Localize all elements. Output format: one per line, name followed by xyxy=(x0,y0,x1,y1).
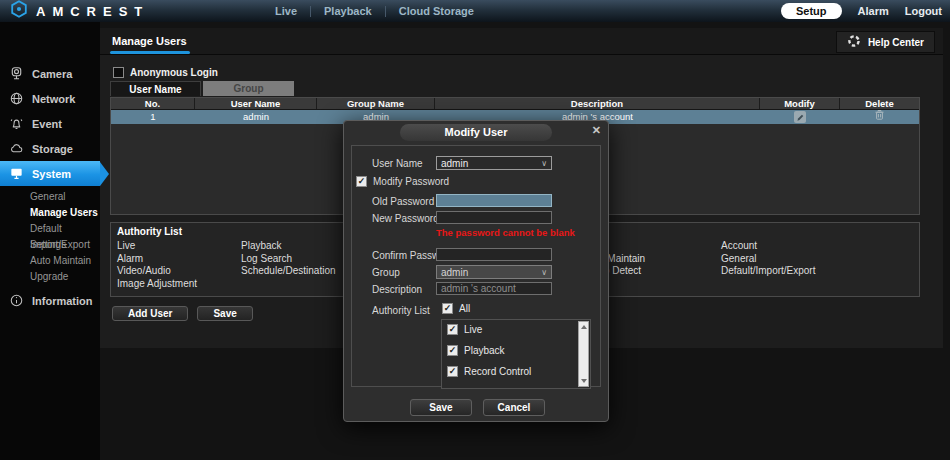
dialog-title: Modify User xyxy=(400,124,552,141)
camera-icon xyxy=(8,66,24,82)
submenu-item-general[interactable]: General xyxy=(30,189,100,205)
panel-buttons: Add User Save xyxy=(112,306,253,321)
group-select[interactable]: admin ∨ xyxy=(436,265,552,279)
sidebar-item-network[interactable]: Network xyxy=(0,86,100,111)
scroll-down-arrow-icon[interactable] xyxy=(581,379,587,383)
old-password-input[interactable] xyxy=(436,194,552,207)
modify-password-row: ✓ Modify Password xyxy=(356,176,449,187)
sidebar-item-camera[interactable]: Camera xyxy=(0,61,100,86)
submenu-item-manage-users[interactable]: Manage Users xyxy=(30,205,100,221)
alarm-button[interactable]: Alarm xyxy=(858,5,889,17)
authority-record-control-checkbox[interactable]: ✓ xyxy=(447,366,458,377)
amcrest-logo-icon xyxy=(10,0,28,22)
old-password-label: Old Password xyxy=(372,196,434,207)
nav-live[interactable]: Live xyxy=(262,5,310,17)
logout-button[interactable]: Logout xyxy=(905,5,942,17)
chevron-down-icon: ∨ xyxy=(541,159,547,168)
alarm-bell-icon xyxy=(8,116,24,132)
authority-option-label: Record Control xyxy=(464,366,531,377)
sidebar-item-event[interactable]: Event xyxy=(0,111,100,136)
password-error-message: The password cannot be blank xyxy=(436,227,575,238)
monitor-icon xyxy=(8,166,24,182)
help-center-label: Help Center xyxy=(868,37,924,48)
sidebar-item-label: Camera xyxy=(32,68,72,80)
dialog-save-button[interactable]: Save xyxy=(410,399,472,416)
system-submenu: General Manage Users Default Settings Im… xyxy=(0,186,100,288)
modify-password-checkbox[interactable]: ✓ xyxy=(356,176,367,187)
authority-option-record-control: ✓ Record Control xyxy=(447,366,531,377)
top-right-nav: Setup Alarm Logout xyxy=(781,0,942,22)
submenu-item-default-settings[interactable]: Default Settings xyxy=(30,221,100,237)
authority-item: Image Adjustment xyxy=(117,278,197,291)
help-center-button[interactable]: Help Center xyxy=(836,31,935,53)
sidebar-item-label: System xyxy=(32,168,71,180)
sidebar-item-information[interactable]: Information xyxy=(0,288,100,313)
save-button[interactable]: Save xyxy=(197,306,252,321)
sidebar: Camera Network Event Storage xyxy=(0,22,100,460)
submenu-item-upgrade[interactable]: Upgrade xyxy=(30,269,100,285)
top-nav: Live Playback Cloud Storage xyxy=(262,0,487,22)
authority-item: Schedule/Destination xyxy=(241,265,336,278)
column-header-modify: Modify xyxy=(760,98,840,109)
new-password-input[interactable] xyxy=(436,211,552,224)
info-icon xyxy=(8,293,24,309)
authority-item: Live xyxy=(117,240,197,253)
tab-user-name[interactable]: User Name xyxy=(110,81,201,96)
user-name-select[interactable]: admin ∨ xyxy=(436,156,552,170)
authority-item: General xyxy=(721,253,815,266)
authority-scroll-list: ✓ Live ✓ Playback ✓ Record Control xyxy=(441,319,591,389)
sidebar-item-label: Storage xyxy=(32,143,73,155)
modify-user-dialog: Modify User ✕ User Name admin ∨ ✓ Modify… xyxy=(343,120,609,422)
authority-column-2: Playback Log Search Schedule/Destination xyxy=(241,240,336,278)
add-user-button[interactable]: Add User xyxy=(112,306,188,321)
authority-option-label: Live xyxy=(464,324,482,335)
view-tabs: User Name Group xyxy=(110,81,294,96)
modify-password-label: Modify Password xyxy=(373,176,449,187)
check-icon: ✓ xyxy=(449,325,457,334)
authority-all-row: ✓ All xyxy=(442,303,470,314)
anonymous-login-checkbox[interactable] xyxy=(113,67,124,78)
description-input[interactable]: admin 's account xyxy=(436,282,552,295)
authority-item: Default/Import/Export xyxy=(721,265,815,278)
authority-all-checkbox[interactable]: ✓ xyxy=(442,303,453,314)
tab-group[interactable]: Group xyxy=(203,81,294,96)
delete-user-button[interactable] xyxy=(874,109,885,125)
authority-item: Playback xyxy=(241,240,336,253)
column-header-group-name: Group Name xyxy=(317,98,435,109)
scrollbar[interactable] xyxy=(578,321,589,387)
nav-cloud-storage[interactable]: Cloud Storage xyxy=(386,5,487,17)
confirm-password-input[interactable] xyxy=(436,248,552,261)
dialog-cancel-button[interactable]: Cancel xyxy=(483,399,545,416)
authority-list-label: Authority List xyxy=(372,305,430,316)
sidebar-item-label: Information xyxy=(32,295,93,307)
sidebar-item-system[interactable]: System xyxy=(0,161,100,186)
tab-manage-users[interactable]: Manage Users xyxy=(112,35,187,47)
group-label: Group xyxy=(372,267,400,278)
cloud-icon xyxy=(8,141,24,157)
modify-user-button[interactable] xyxy=(794,111,806,123)
group-value: admin xyxy=(441,267,468,278)
authority-list-title: Authority List xyxy=(117,226,182,237)
anonymous-login-row: Anonymous Login xyxy=(113,67,218,78)
nav-playback[interactable]: Playback xyxy=(311,5,385,17)
submenu-item-auto-maintain[interactable]: Auto Maintain xyxy=(30,253,100,269)
sidebar-item-label: Event xyxy=(32,118,62,130)
sidebar-item-label: Network xyxy=(32,93,75,105)
description-label: Description xyxy=(372,284,422,295)
authority-option-label: Playback xyxy=(464,345,505,356)
authority-live-checkbox[interactable]: ✓ xyxy=(447,324,458,335)
network-icon xyxy=(8,91,24,107)
authority-item: Account xyxy=(721,240,815,253)
user-name-label: User Name xyxy=(372,158,423,169)
setup-button[interactable]: Setup xyxy=(781,3,842,19)
authority-option-live: ✓ Live xyxy=(447,324,482,335)
pencil-icon xyxy=(796,113,805,122)
check-icon: ✓ xyxy=(449,346,457,355)
submenu-item-import-export[interactable]: Import/Export xyxy=(30,237,100,253)
authority-all-label: All xyxy=(459,303,470,314)
scroll-up-arrow-icon[interactable] xyxy=(581,325,587,329)
authority-playback-checkbox[interactable]: ✓ xyxy=(447,345,458,356)
column-header-user-name: User Name xyxy=(195,98,317,109)
close-icon[interactable]: ✕ xyxy=(592,124,601,137)
sidebar-item-storage[interactable]: Storage xyxy=(0,136,100,161)
